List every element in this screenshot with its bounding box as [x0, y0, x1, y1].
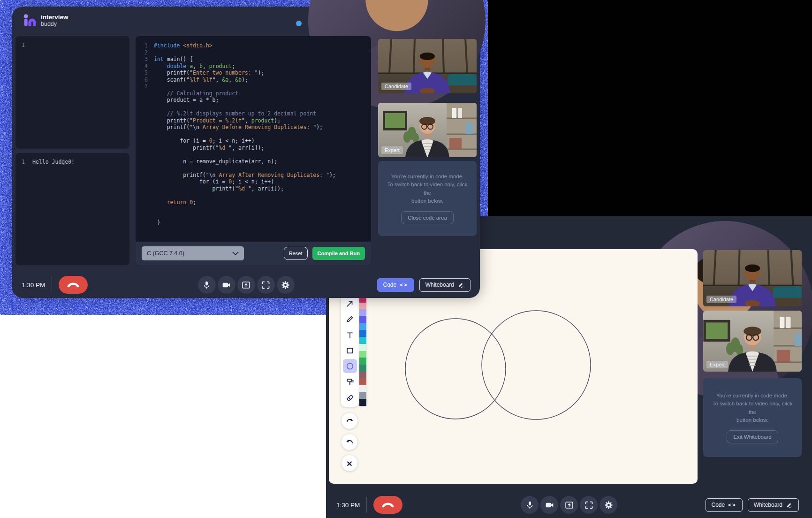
- code-line: // Calculating product: [136, 90, 367, 97]
- code-line: // %.2lf displays number up to 2 decimal…: [136, 110, 367, 117]
- code-line: [136, 213, 367, 220]
- code-line: printf("\n Array After Removing Duplicat…: [136, 172, 367, 179]
- video-expert: Expert: [703, 311, 802, 372]
- code-icon: <>: [728, 502, 736, 508]
- code-mode-button[interactable]: Code<>: [706, 498, 743, 512]
- camera-button[interactable]: [540, 496, 558, 514]
- arrow-tool[interactable]: [343, 297, 357, 311]
- present-button[interactable]: [560, 496, 578, 514]
- whiteboard-toolbar: [341, 294, 359, 407]
- color-swatch[interactable]: [359, 344, 366, 351]
- mode-panel: You're currently in code mode. To switch…: [703, 378, 802, 457]
- window-header: interview buddy: [12, 7, 480, 35]
- code-line: product = a * b;: [136, 97, 367, 104]
- camera-icon: [545, 500, 554, 510]
- text-icon: [345, 330, 355, 340]
- present-icon: [564, 500, 574, 510]
- code-line: [136, 192, 367, 199]
- drawn-circle: [405, 319, 506, 419]
- color-swatch[interactable]: [359, 316, 366, 323]
- left-column: 1 1Hello Judge0!: [15, 36, 129, 265]
- scribble-pen-icon: [786, 502, 793, 509]
- hangup-button[interactable]: [59, 276, 88, 294]
- notification-dot: [296, 21, 302, 26]
- mic-button[interactable]: [198, 276, 216, 294]
- mic-button[interactable]: [521, 496, 539, 514]
- close-icon: ×: [347, 458, 352, 468]
- chevron-down-icon: [232, 251, 239, 255]
- main-area: 1 1Hello Judge0! 1#include <stdio.h>23in…: [15, 36, 477, 265]
- fullscreen-icon: [261, 280, 271, 290]
- code-line: printf("Product = %.2lf", product);: [136, 117, 367, 124]
- code-line: 4 double a, b, product;: [136, 63, 367, 70]
- settings-button[interactable]: [277, 276, 295, 294]
- color-swatch[interactable]: [359, 303, 366, 310]
- text-tool[interactable]: [343, 328, 357, 342]
- settings-button[interactable]: [600, 496, 617, 514]
- undo-button[interactable]: [341, 434, 357, 450]
- roller-tool[interactable]: [343, 375, 357, 389]
- undo-redo-stack: ×: [341, 413, 357, 471]
- present-button[interactable]: [237, 276, 255, 294]
- eraser-tool[interactable]: [343, 390, 357, 404]
- camera-button[interactable]: [218, 276, 235, 294]
- app-logo: interview buddy: [23, 13, 68, 28]
- eraser-icon: [345, 393, 355, 402]
- fullscreen-button[interactable]: [580, 496, 598, 514]
- present-icon: [241, 280, 251, 290]
- hangup-button[interactable]: [373, 496, 402, 514]
- language-select[interactable]: C (GCC 7.4.0): [142, 246, 244, 260]
- code-area[interactable]: 1#include <stdio.h>23int main() {4 doubl…: [136, 36, 371, 242]
- fullscreen-button[interactable]: [257, 276, 275, 294]
- code-line: }: [136, 219, 367, 226]
- roller-icon: [345, 377, 355, 387]
- whiteboard-mode-button[interactable]: Whiteboard: [419, 278, 471, 292]
- circle-tool[interactable]: [343, 359, 357, 373]
- exit-whiteboard-button[interactable]: Exit Whiteboard: [727, 430, 778, 443]
- call-time: 1:30 PM: [336, 502, 360, 509]
- scratch-editor-panel[interactable]: 1: [15, 36, 129, 149]
- video-label: Candidate: [381, 83, 411, 90]
- code-line: 2: [136, 49, 367, 56]
- interviewbuddy-logo-icon: [23, 13, 38, 28]
- code-line: 3int main() {: [136, 56, 367, 63]
- call-controls: [521, 496, 617, 514]
- redo-button[interactable]: [341, 413, 357, 429]
- code-window: interview buddy: [12, 7, 480, 298]
- color-swatch[interactable]: [359, 378, 366, 385]
- code-line: n = remove_duplicate(arr, n);: [136, 158, 367, 165]
- output-panel[interactable]: 1Hello Judge0!: [15, 153, 129, 266]
- color-palette: [359, 296, 366, 406]
- color-swatch[interactable]: [359, 385, 366, 392]
- color-swatch[interactable]: [359, 358, 366, 365]
- color-swatch[interactable]: [359, 330, 366, 337]
- mode-panel-text: You're currently in code mode. To switch…: [709, 392, 796, 424]
- code-line: [136, 206, 367, 213]
- color-swatch[interactable]: [359, 351, 366, 358]
- mic-icon: [202, 280, 212, 290]
- color-swatch[interactable]: [359, 337, 366, 344]
- code-line: printf("\n Array Before Removing Duplica…: [136, 124, 367, 131]
- code-line: printf("%d ", arr[i]);: [136, 185, 367, 192]
- gear-icon: [604, 500, 614, 510]
- color-swatch[interactable]: [359, 399, 366, 406]
- color-swatch[interactable]: [359, 365, 366, 372]
- color-swatch[interactable]: [359, 309, 366, 316]
- divider: [52, 277, 52, 293]
- compile-run-button[interactable]: Compile and Run: [312, 247, 365, 260]
- color-swatch[interactable]: [359, 372, 366, 379]
- reset-button[interactable]: Reset: [284, 247, 308, 260]
- color-swatch[interactable]: [359, 392, 366, 399]
- code-line: [136, 151, 367, 158]
- video-label: Expert: [381, 146, 403, 154]
- close-whiteboard-button[interactable]: ×: [341, 455, 357, 471]
- whiteboard-mode-button[interactable]: Whiteboard: [748, 498, 799, 512]
- code-line: 1#include <stdio.h>: [136, 42, 367, 49]
- fullscreen-icon: [584, 500, 594, 510]
- close-code-area-button[interactable]: Close code area: [401, 211, 454, 224]
- color-swatch[interactable]: [359, 323, 366, 330]
- code-mode-button[interactable]: Code<>: [377, 278, 414, 292]
- call-controls: [198, 276, 295, 294]
- rectangle-tool[interactable]: [343, 343, 357, 358]
- pencil-tool[interactable]: [343, 312, 357, 326]
